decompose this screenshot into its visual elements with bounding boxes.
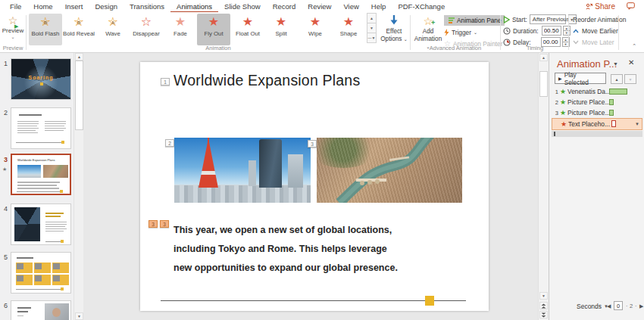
animation-duration-bar[interactable] — [609, 110, 614, 116]
animation-pane-button[interactable]: Animation Pane — [444, 15, 505, 26]
thumb-scroll-up-icon[interactable]: ▲ — [75, 53, 83, 61]
animation-number-badge-title[interactable]: 1 — [161, 78, 170, 85]
slide-5-thumbnail[interactable] — [11, 252, 71, 294]
slide-body-text[interactable]: This year, we open a new set of global l… — [174, 221, 398, 278]
ribbon-tab-bar: File Home Insert Design Transitions Anim… — [0, 0, 644, 12]
gallery-item-fade[interactable]: ★ Fade — [164, 14, 197, 45]
play-selected-button[interactable]: ▶ Play Selected — [555, 73, 606, 84]
gallery-item-bold-flash[interactable]: ☆B Bold Flash — [29, 14, 62, 45]
tab-review[interactable]: Review — [302, 0, 337, 11]
tab-slide-show[interactable]: Slide Show — [218, 0, 267, 11]
slide-image-tokyo[interactable] — [174, 138, 311, 203]
animation-item-2[interactable]: 2 ★ Picture Place... — [552, 97, 642, 107]
thumb-scroll-thumb[interactable] — [75, 61, 83, 130]
item-dropdown-chevron-icon[interactable]: ▼ — [635, 122, 639, 126]
tab-pdf-xchange[interactable]: PDF-XChange — [392, 0, 451, 11]
gallery-item-fly-out[interactable]: ★ Fly Out — [197, 14, 230, 45]
group-divider — [618, 15, 619, 50]
slide-3-thumbnail[interactable]: Worldwide Expansion Plans — [11, 154, 71, 195]
trigger-button[interactable]: Trigger⌄ — [444, 27, 477, 37]
animation-number-badge-image2[interactable]: 3 — [308, 140, 317, 148]
move-earlier-chevron-icon — [573, 29, 579, 33]
animation-duration-bar[interactable] — [611, 120, 616, 127]
slide-1-thumbnail[interactable]: Soaring — [11, 58, 71, 100]
tab-design[interactable]: Design — [89, 0, 123, 11]
slide-2-thumbnail[interactable] — [11, 107, 71, 149]
share-label: Share — [595, 2, 615, 11]
slide-4-thumbnail[interactable] — [11, 203, 71, 245]
start-select[interactable]: After Previous — [530, 14, 566, 24]
timeline-marker[interactable] — [554, 132, 555, 136]
comment-icon — [627, 2, 635, 10]
effect-options-line2: Options ⌄ — [380, 36, 408, 43]
gallery-item-float-out[interactable]: ★ Float Out — [231, 14, 264, 45]
tab-view[interactable]: View — [337, 0, 364, 11]
entrance-star-icon: ★ — [560, 110, 566, 117]
timeline-zoom-in-icon[interactable]: ▶ — [639, 303, 643, 309]
duration-input[interactable] — [542, 26, 561, 36]
gallery-item-wipe[interactable]: ★ Wipe — [299, 14, 332, 45]
exit-star-icon: ★ — [561, 121, 567, 128]
timeline-zoom-out-icon[interactable]: ◀ — [607, 303, 611, 309]
gallery-item-shape[interactable]: ★ Shape — [332, 14, 365, 45]
animation-group-label: Animation — [29, 45, 408, 51]
animation-number-badge-text-1[interactable]: 3 — [148, 220, 158, 228]
scroll-up-icon[interactable]: ▲ — [539, 54, 548, 61]
editor-scrollbar[interactable]: ▲ ▼ — [538, 53, 549, 320]
pane-menu-chevron-icon[interactable]: ▼ — [613, 61, 618, 67]
previous-slide-button[interactable] — [539, 302, 548, 309]
gallery-item-split[interactable]: ★ Split — [264, 14, 298, 45]
pane-move-up-button[interactable]: ▲ — [611, 74, 623, 84]
collapse-ribbon-button[interactable]: ⌃ — [632, 43, 636, 49]
start-play-icon — [503, 16, 510, 23]
gallery-scroll-up-button[interactable]: ▲ — [367, 13, 377, 23]
scroll-thumb[interactable] — [539, 71, 548, 97]
thumb-scroll-down-icon[interactable]: ▼ — [75, 312, 83, 320]
gallery-more-button[interactable]: —▼ — [367, 33, 377, 43]
slide-canvas[interactable]: 1 Worldwide Expansion Plans 2 3 — [140, 62, 489, 311]
tab-transitions[interactable]: Transitions — [123, 0, 170, 11]
preview-button[interactable]: ☆▶ Preview ⌄ — [2, 14, 24, 48]
tab-record[interactable]: Record — [267, 0, 302, 11]
animation-item-1[interactable]: 1 ★ Venenatis Da... — [552, 86, 642, 97]
move-earlier-button[interactable]: Move Earlier — [573, 27, 618, 35]
pane-move-down-button[interactable]: ▼ — [624, 74, 636, 84]
comments-button[interactable] — [627, 2, 635, 10]
tab-file[interactable]: File — [4, 0, 27, 11]
pane-close-icon[interactable]: ✕ — [628, 58, 634, 67]
gallery-item-wave[interactable]: ☆A Wave — [96, 14, 130, 45]
slide-image-rome[interactable] — [317, 138, 462, 203]
slide-title[interactable]: Worldwide Expansion Plans — [174, 72, 360, 89]
gallery-item-disappear[interactable]: ☆ Disappear — [130, 14, 163, 45]
animation-duration-bar[interactable] — [609, 89, 627, 95]
slide-3-image2-mini — [43, 165, 68, 178]
tab-home[interactable]: Home — [27, 0, 58, 11]
animation-pane-title: Animation P... — [557, 58, 617, 70]
tab-insert[interactable]: Insert — [59, 0, 89, 11]
slide-1-caption: Soaring — [11, 75, 70, 80]
wipe-star-icon: ★ — [310, 15, 320, 28]
ribbon: ☆▶ Preview ⌄ Preview ☆B Bold Flash ☆B Bo… — [0, 12, 644, 53]
share-button[interactable]: Share — [586, 2, 615, 11]
duration-spinner[interactable]: ▲▼ — [563, 26, 571, 36]
next-slide-button[interactable] — [539, 311, 548, 318]
tab-help[interactable]: Help — [365, 0, 392, 11]
gallery-scroll-down-button[interactable]: ▼ — [367, 23, 377, 33]
animation-pane: Animation P... ▼ ✕ ▶ Play Selected ▲ ▼ 1… — [549, 53, 644, 320]
animation-number-badge-image1[interactable]: 2 — [165, 139, 174, 147]
slide-6-thumbnail[interactable] — [11, 300, 71, 320]
fade-star-icon: ★ — [175, 15, 186, 28]
duration-label: Duration: — [513, 27, 539, 35]
seconds-dropdown[interactable]: Seconds ▼ — [577, 303, 608, 310]
move-later-button[interactable]: Move Later — [573, 39, 614, 46]
animation-item-4-selected[interactable]: ★ Text Placeho... ▼ — [552, 118, 642, 130]
scroll-down-icon[interactable]: ▼ — [539, 292, 548, 300]
tab-animations[interactable]: Animations — [170, 0, 218, 13]
animation-item-3[interactable]: 3 ★ Picture Place... — [552, 107, 642, 118]
gallery-item-bold-reveal[interactable]: ☆B Bold Reveal — [62, 14, 95, 45]
entrance-star-icon: ★ — [560, 89, 566, 95]
animation-duration-bar[interactable] — [609, 99, 614, 105]
animation-number-badge-text-2[interactable]: 3 — [160, 220, 169, 228]
group-divider — [410, 15, 411, 50]
thumbnail-scrollbar[interactable]: ▲ ▼ — [73, 53, 83, 320]
